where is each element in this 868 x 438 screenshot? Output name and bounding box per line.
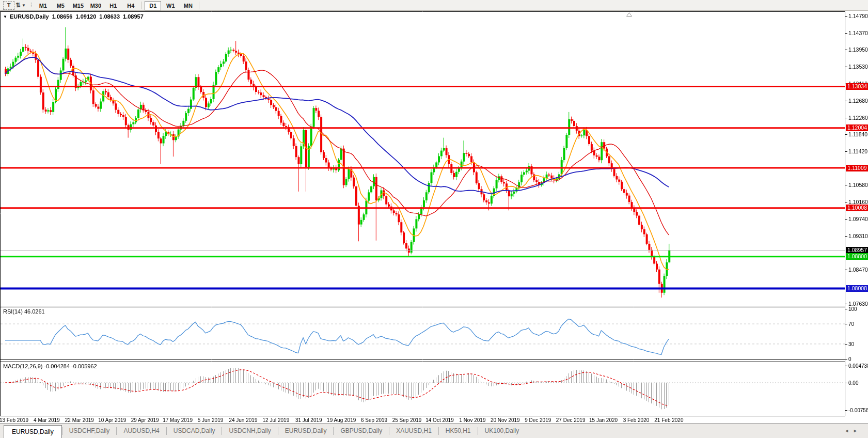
rsi-tick-label: 0 <box>848 356 851 362</box>
chart-title: ▼EURUSD,Daily1.086561.091201.086331.0895… <box>3 13 144 20</box>
toolbar: T ⇅ ▼ ⁞ M1M5M15M30H1H4D1W1MN <box>0 0 868 11</box>
chart-tab-eurusd-daily[interactable]: EURUSD,Daily <box>4 425 62 438</box>
date-tick-label: 5 Jun 2019 <box>198 417 224 423</box>
chart-tab-usdcad-daily[interactable]: USDCAD,Daily <box>167 427 222 434</box>
timeframe-button-h4[interactable]: H4 <box>122 1 139 10</box>
chart-tab-hk50-h1[interactable]: HK50,H1 <box>439 427 478 434</box>
arrows-icon: ⇅ <box>15 2 21 9</box>
price-level-badge: 1.11009 <box>846 165 868 171</box>
price-level-badge: 1.13034 <box>846 83 868 90</box>
text-tool-button[interactable]: T <box>3 1 14 10</box>
price-tick-label: 1.09740 <box>848 216 868 222</box>
price-tick-label: 1.14370 <box>848 30 868 36</box>
timeframe-button-m5[interactable]: M5 <box>52 1 69 10</box>
chart-tab-xauusd-h1[interactable]: XAUUSD,H1 <box>389 427 438 434</box>
price-level-badge: 1.08008 <box>846 285 868 292</box>
date-tick-label: 24 Jun 2019 <box>229 417 257 423</box>
chart-tab-uk100-daily[interactable]: UK100,Daily <box>478 427 526 434</box>
date-tick-label: 29 Apr 2019 <box>131 417 159 423</box>
timeframe-button-m30[interactable]: M30 <box>87 1 104 10</box>
timeframe-button-h1[interactable]: H1 <box>105 1 121 10</box>
price-tick-label: 1.13950 <box>848 46 868 53</box>
chart-tab-usdchf-daily[interactable]: USDCHF,Daily <box>62 427 117 434</box>
date-tick-label: 10 Apr 2019 <box>98 417 126 423</box>
timeframe-button-mn[interactable]: MN <box>180 1 196 10</box>
price-level-badge: 1.08957 <box>846 247 868 254</box>
date-tick-label: 21 Feb 2020 <box>654 417 683 423</box>
price-chart-canvas[interactable] <box>0 0 868 438</box>
ohlc-low: 1.08633 <box>99 13 120 20</box>
mt4-window: T ⇅ ▼ ⁞ M1M5M15M30H1H4D1W1MN ▼EURUSD,Dai… <box>0 0 868 438</box>
caret-down-icon: ▼ <box>22 3 26 8</box>
date-tick-label: 19 Aug 2019 <box>327 417 356 423</box>
date-tick-label: 4 Mar 2019 <box>34 417 60 423</box>
date-tick-label: 1 Nov 2019 <box>459 417 485 423</box>
macd-tick-label: -0.007584 <box>848 408 868 413</box>
price-level-badge: 1.08800 <box>846 253 868 260</box>
rsi-tick-label: 30 <box>848 341 854 347</box>
price-tick-label: 1.08470 <box>848 267 868 273</box>
price-tick-label: 1.10160 <box>848 199 868 205</box>
date-tick-label: 20 Nov 2019 <box>491 417 520 423</box>
macd-label: MACD(12,26,9) -0.004284 -0.005962 <box>3 363 97 369</box>
timeframe-button-group: M1M5M15M30H1H4D1W1MN <box>34 1 201 10</box>
ohlc-open: 1.08656 <box>52 13 73 20</box>
price-level-badge: 1.12004 <box>846 124 868 131</box>
timeframe-button-w1[interactable]: W1 <box>162 1 179 10</box>
rsi-label: RSI(14) 46.0261 <box>3 308 45 315</box>
price-tick-label: 1.11420 <box>848 148 867 154</box>
chart-tab-audusd-h4[interactable]: AUDUSD,H4 <box>117 427 166 434</box>
chart-symbol: EURUSD,Daily <box>10 13 49 20</box>
chart-tab-gbpusd-daily[interactable]: GBPUSD,Daily <box>334 427 389 434</box>
price-tick-label: 1.13530 <box>848 64 868 70</box>
date-tick-label: 31 Jul 2019 <box>295 417 322 423</box>
date-tick-label: 6 Sep 2019 <box>361 417 387 423</box>
date-tick-label: 25 Sep 2019 <box>392 417 422 423</box>
price-tick-label: 1.10580 <box>848 182 868 188</box>
chart-tab-bar: EURUSD,DailyUSDCHF,DailyAUDUSD,H4USDCAD,… <box>0 423 868 438</box>
timeframe-button-m1[interactable]: M1 <box>35 1 51 10</box>
rsi-tick-label: 70 <box>848 321 854 327</box>
price-level-badge: 1.10008 <box>846 205 868 211</box>
timeframe-button-m15[interactable]: M15 <box>70 1 86 10</box>
collapse-icon[interactable]: ▼ <box>3 14 7 19</box>
tab-scroll-arrows[interactable]: ◄► <box>844 428 862 433</box>
date-tick-label: 14 Oct 2019 <box>425 417 453 423</box>
price-tick-label: 1.12260 <box>848 115 868 121</box>
timeframe-button-d1[interactable]: D1 <box>145 1 161 10</box>
tab-scroll-right-icon[interactable]: ► <box>853 428 862 433</box>
rsi-tick-label: 100 <box>848 306 857 312</box>
chart-tab-usdcnh-daily[interactable]: USDCNH,Daily <box>222 427 277 434</box>
price-tick-label: 1.07630 <box>848 301 868 307</box>
price-tick-label: 1.12680 <box>848 98 868 104</box>
date-tick-label: 12 Jul 2019 <box>263 417 290 423</box>
date-tick-label: 3 Feb 2020 <box>623 417 650 423</box>
chart-tab-eurusd-daily[interactable]: EURUSD,Daily <box>278 427 334 434</box>
date-tick-label: 17 May 2019 <box>163 417 193 423</box>
arrange-tool-button[interactable]: ⇅ ▼ <box>15 1 26 10</box>
tab-scroll-left-icon[interactable]: ◄ <box>844 428 853 433</box>
price-tick-label: 1.09310 <box>848 233 868 239</box>
macd-tick-label: 0.004738 <box>848 363 868 369</box>
ohlc-high: 1.09120 <box>75 13 96 20</box>
price-tick-label: 1.14790 <box>848 13 868 19</box>
date-tick-label: 9 Dec 2019 <box>525 417 551 423</box>
date-tick-label: 22 Mar 2019 <box>65 417 94 423</box>
ohlc-close: 1.08957 <box>123 13 144 20</box>
toolbar-grip-icon: ⁞ <box>30 2 31 9</box>
date-tick-label: 27 Dec 2019 <box>556 417 586 423</box>
macd-tick-label: 0.00 <box>848 380 858 386</box>
price-tick-label: 1.11840 <box>848 131 867 137</box>
date-tick-label: 13 Feb 2019 <box>0 417 28 423</box>
date-tick-label: 15 Jan 2020 <box>589 417 618 423</box>
chart-tabs: EURUSD,DailyUSDCHF,DailyAUDUSD,H4USDCAD,… <box>4 424 526 438</box>
